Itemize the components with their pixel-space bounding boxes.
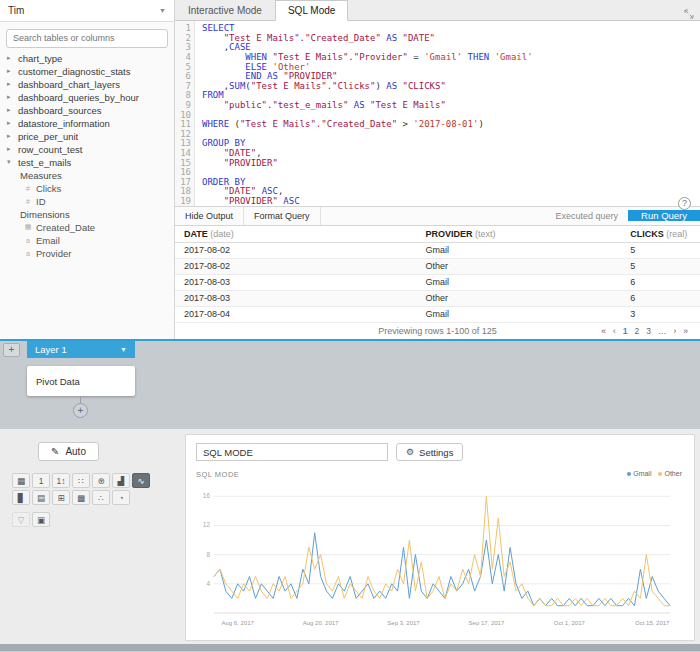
results-header-row: DATE (date)PROVIDER (text)CLICKS (real) bbox=[175, 226, 700, 243]
chevron-right-icon[interactable]: ▸ bbox=[7, 80, 14, 88]
run-query-button[interactable]: Run Query bbox=[628, 210, 700, 221]
chevron-right-icon[interactable]: ▸ bbox=[7, 145, 14, 153]
tree-table-row_count_test[interactable]: ▸row_count_test bbox=[0, 143, 174, 156]
pagination-item-»[interactable]: » bbox=[683, 326, 688, 336]
code-line[interactable]: GROUP BY bbox=[202, 139, 700, 149]
code-line[interactable]: "Test E Mails"."Created_Date" AS "DATE" bbox=[202, 34, 700, 44]
query-toolbar: Hide Output Format Query Executed query … bbox=[175, 206, 700, 225]
column-header-date[interactable]: DATE (date) bbox=[175, 226, 417, 243]
table-cell: Other bbox=[417, 290, 622, 306]
tree-field-ID[interactable]: #ID bbox=[0, 195, 174, 208]
code-line[interactable]: WHERE ("Test E Mails"."Created_Date" > '… bbox=[202, 120, 700, 130]
snowflake-icon[interactable]: ⊛ bbox=[92, 473, 110, 488]
table-row[interactable]: 2017-08-02Gmail5 bbox=[175, 242, 700, 258]
chevron-right-icon[interactable]: ▸ bbox=[7, 132, 14, 140]
tree-section-measures: Measures bbox=[0, 169, 174, 182]
scatter-icon[interactable]: ∴ bbox=[92, 490, 110, 505]
chevron-right-icon[interactable]: ▸ bbox=[7, 54, 14, 62]
tree-table-dashboard_queries_by_hour[interactable]: ▸dashboard_queries_by_hour bbox=[0, 91, 174, 104]
tab-sql-mode[interactable]: SQL Mode bbox=[275, 0, 348, 21]
code-line[interactable] bbox=[202, 168, 700, 178]
pagination-item-3[interactable]: 3 bbox=[646, 326, 651, 336]
pagination-item-1[interactable]: 1 bbox=[623, 326, 628, 336]
single-value-icon[interactable]: 1 bbox=[32, 473, 50, 488]
pagination-item-‹[interactable]: ‹ bbox=[613, 326, 616, 336]
code-line[interactable]: ,SUM("Test E Mails"."Clicks") AS "CLICKS… bbox=[202, 82, 700, 92]
table-icon[interactable]: ▦ bbox=[12, 473, 30, 488]
pagination-item-›[interactable]: › bbox=[673, 326, 676, 336]
sql-editor[interactable]: 1234567891011121314151617181920 SELECT "… bbox=[175, 21, 700, 206]
tree-field-Email[interactable]: aEmail bbox=[0, 234, 174, 247]
donut-icon[interactable]: ◔ bbox=[112, 490, 130, 505]
results-footer: Previewing rows 1-100 of 125 «‹123…›» bbox=[175, 323, 700, 339]
hide-output-button[interactable]: Hide Output bbox=[175, 207, 244, 224]
code-line[interactable]: "PROVIDER" ASC bbox=[202, 197, 700, 206]
help-icon[interactable]: ? bbox=[678, 197, 691, 210]
table-row[interactable]: 2017-08-03Gmail6 bbox=[175, 274, 700, 290]
pivot-data-card[interactable]: Pivot Data bbox=[27, 366, 135, 396]
tree-field-Provider[interactable]: aProvider bbox=[0, 247, 174, 260]
pagination-item-2[interactable]: 2 bbox=[634, 326, 639, 336]
table-row[interactable]: 2017-08-03Other6 bbox=[175, 290, 700, 306]
dot-matrix-icon[interactable]: ∷ bbox=[72, 473, 90, 488]
chevron-down-icon[interactable]: ▾ bbox=[7, 158, 14, 166]
settings-button[interactable]: ⚙ Settings bbox=[396, 443, 463, 461]
svg-text:16: 16 bbox=[203, 492, 211, 499]
code-line[interactable] bbox=[202, 130, 700, 140]
chevron-right-icon[interactable]: ▸ bbox=[7, 106, 14, 114]
format-query-button[interactable]: Format Query bbox=[244, 207, 321, 224]
sql-code[interactable]: SELECT "Test E Mails"."Created_Date" AS … bbox=[195, 21, 700, 206]
code-line[interactable]: "public"."test_e_mails" AS "Test E Mails… bbox=[202, 101, 700, 111]
chevron-right-icon[interactable]: ▸ bbox=[7, 67, 14, 75]
heatmap-icon[interactable]: ▩ bbox=[72, 490, 90, 505]
stacked-bar-icon[interactable]: ▤ bbox=[32, 490, 50, 505]
chart-svg: 481216Aug 6, 2017Aug 20, 2017Sep 3, 2017… bbox=[196, 479, 678, 631]
mini-bar-icon[interactable]: ▟ bbox=[112, 473, 130, 488]
table-name: dashboard_queries_by_hour bbox=[18, 92, 139, 103]
chart-title-input[interactable] bbox=[196, 443, 388, 461]
tree-field-Created_Date[interactable]: ▦Created_Date bbox=[0, 221, 174, 234]
single-value-change-icon[interactable]: 1↕ bbox=[52, 473, 70, 488]
legend-entry-gmail: Gmail bbox=[627, 470, 651, 477]
table-row[interactable]: 2017-08-02Other5 bbox=[175, 258, 700, 274]
tree-table-datastore_information[interactable]: ▸datastore_information bbox=[0, 117, 174, 130]
table-cell: Gmail bbox=[417, 274, 622, 290]
tree-table-price_per_unit[interactable]: ▸price_per_unit bbox=[0, 130, 174, 143]
map-icon[interactable]: ▣ bbox=[32, 512, 50, 527]
column-header-provider[interactable]: PROVIDER (text) bbox=[417, 226, 622, 243]
filter-icon[interactable]: ▽ bbox=[12, 512, 30, 527]
pagination-item-…[interactable]: … bbox=[658, 326, 667, 336]
bar-chart-icon[interactable]: ▊ bbox=[12, 490, 30, 505]
fullscreen-icon[interactable] bbox=[684, 5, 694, 23]
field-name: Email bbox=[36, 235, 60, 246]
pagination-item-«[interactable]: « bbox=[601, 326, 606, 336]
tree-table-customer_diagnostic_stats[interactable]: ▸customer_diagnostic_stats bbox=[0, 65, 174, 78]
add-layer-button[interactable]: + bbox=[3, 343, 20, 357]
table-row[interactable]: 2017-08-04Gmail3 bbox=[175, 306, 700, 322]
measure-number-icon: # bbox=[24, 185, 32, 192]
executed-query-link[interactable]: Executed query bbox=[556, 211, 619, 221]
table-cell: 2017-08-04 bbox=[175, 306, 417, 322]
auto-button[interactable]: ✎ Auto bbox=[38, 442, 99, 461]
datasource-select[interactable]: Tim ▼ bbox=[0, 0, 174, 22]
field-name: Provider bbox=[36, 248, 71, 259]
footer-strip bbox=[0, 644, 700, 651]
table-name: customer_diagnostic_stats bbox=[18, 66, 130, 77]
add-step-button[interactable]: + bbox=[73, 403, 88, 418]
chevron-right-icon[interactable]: ▸ bbox=[7, 119, 14, 127]
code-line[interactable]: "PROVIDER" bbox=[202, 159, 700, 169]
table-cell: 2017-08-02 bbox=[175, 242, 417, 258]
chevron-right-icon[interactable]: ▸ bbox=[7, 93, 14, 101]
tree-table-chart_type[interactable]: ▸chart_type bbox=[0, 52, 174, 65]
tree-field-Clicks[interactable]: #Clicks bbox=[0, 182, 174, 195]
grid-chart-icon[interactable]: ⊞ bbox=[52, 490, 70, 505]
column-header-clicks[interactable]: CLICKS (real) bbox=[621, 226, 700, 243]
tree-table-dashboard_chart_layers[interactable]: ▸dashboard_chart_layers bbox=[0, 78, 174, 91]
pagination: «‹123…›» bbox=[601, 326, 700, 336]
layer-tab[interactable]: Layer 1 ▼ bbox=[27, 341, 135, 358]
tab-interactive-mode[interactable]: Interactive Mode bbox=[175, 0, 275, 20]
line-chart-icon[interactable]: ∿ bbox=[132, 473, 150, 488]
search-input[interactable] bbox=[6, 29, 168, 48]
tree-table-dashboard_sources[interactable]: ▸dashboard_sources bbox=[0, 104, 174, 117]
tree-table-test_e_mails[interactable]: ▾test_e_mails bbox=[0, 156, 174, 169]
